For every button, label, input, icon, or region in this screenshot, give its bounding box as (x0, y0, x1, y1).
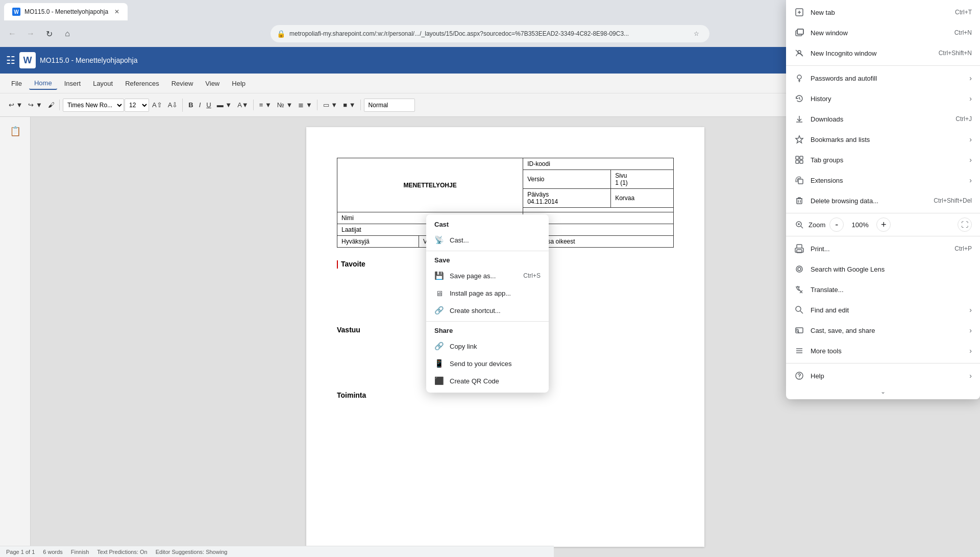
zoom-plus-button[interactable]: + (876, 217, 891, 232)
qr-code-item[interactable]: ⬛ Create QR Code (426, 372, 549, 390)
home-button[interactable]: ⌂ (59, 26, 76, 42)
tab-groups-item[interactable]: Tab groups › (786, 150, 980, 170)
print-shortcut: Ctrl+P (954, 245, 972, 252)
menu-insert[interactable]: Insert (59, 78, 86, 89)
menu-view[interactable]: View (200, 78, 225, 89)
history-arrow: › (969, 94, 972, 103)
font-grow-button[interactable]: A⇧ (150, 100, 165, 110)
style-select[interactable]: Normal (364, 99, 415, 112)
doc-title: MO115.0 - Menettelyohjapohja (40, 56, 917, 64)
undo-button[interactable]: ↩ ▼ (6, 100, 25, 110)
context-menu: Cast 📡 Cast... Save 💾 Save page as... Ct… (426, 214, 549, 393)
bookmarks-arrow: › (969, 135, 972, 143)
send-devices-item[interactable]: 📱 Send to your devices (426, 355, 549, 372)
svg-marker-8 (796, 136, 803, 143)
font-color-button[interactable]: A▼ (235, 100, 251, 110)
alignment-button[interactable]: ≣ ▼ (296, 100, 314, 110)
bullet-list-button[interactable]: ≡ ▼ (257, 100, 274, 110)
status-bar: Page 1 of 1 6 words Finnish Text Predict… (0, 546, 554, 557)
shading-button[interactable]: ■ ▼ (340, 100, 358, 110)
find-edit-label: Find and edit (811, 306, 963, 314)
bookmark-star-icon[interactable]: ☆ (689, 27, 703, 41)
cursor (337, 260, 338, 269)
bold-button[interactable]: B (186, 100, 195, 110)
zoom-fullscreen-button[interactable]: ⛶ (958, 217, 972, 232)
downloads-shortcut: Ctrl+J (955, 115, 972, 123)
address-bar[interactable]: 🔒 metropoliafi-my.sharepoint.com/:w:/r/p… (271, 25, 709, 42)
save-shortcut: Ctrl+S (523, 272, 541, 279)
menu-references[interactable]: References (120, 78, 164, 89)
extensions-icon (794, 175, 804, 185)
help-item[interactable]: Help › (786, 366, 980, 386)
font-size-select[interactable]: 12 (125, 99, 149, 112)
new-tab-item[interactable]: New tab Ctrl+T (786, 2, 980, 22)
border-button[interactable]: ▭ ▼ (321, 100, 340, 110)
new-incognito-item[interactable]: New Incognito window Ctrl+Shift+N (786, 43, 980, 63)
language: Finnish (71, 549, 89, 555)
cast-icon: 📡 (434, 235, 444, 245)
menu-layout[interactable]: Layout (88, 78, 118, 89)
toiminta-content[interactable] (337, 403, 674, 434)
menu-review[interactable]: Review (166, 78, 199, 89)
svg-rect-14 (797, 199, 802, 204)
svg-rect-11 (796, 160, 799, 163)
google-lens-item[interactable]: Search with Google Lens (786, 259, 980, 279)
menu-home[interactable]: Home (29, 77, 57, 90)
svg-point-25 (796, 306, 801, 311)
id-koodi-label: ID-koodi (523, 158, 674, 170)
more-tools-label: More tools (811, 347, 963, 355)
chrome-dropdown-menu: New tab Ctrl+T New window Ctrl+N New Inc… (786, 0, 980, 399)
url-text: metropoliafi-my.sharepoint.com/:w:/r/per… (289, 30, 685, 37)
create-shortcut-item[interactable]: 🔗 Create shortcut... (426, 302, 549, 319)
print-item[interactable]: Print... Ctrl+P (786, 238, 980, 259)
save-page-item[interactable]: 💾 Save page as... Ctrl+S (426, 267, 549, 284)
highlight-button[interactable]: ▬ ▼ (214, 100, 234, 110)
cast-save-share-item[interactable]: Cast, save, and share › (786, 320, 980, 341)
menu-help[interactable]: Help (227, 78, 251, 89)
underline-button[interactable]: U (204, 100, 213, 110)
history-item[interactable]: History › (786, 88, 980, 109)
downloads-item[interactable]: Downloads Ctrl+J (786, 109, 980, 129)
toolbar-border-group: ▭ ▼ ■ ▼ (318, 100, 361, 110)
cast-save-share-label: Cast, save, and share (811, 327, 963, 334)
clipboard-button[interactable]: 📋 (5, 121, 26, 141)
redo-button[interactable]: ↪ ▼ (26, 100, 44, 110)
back-button[interactable]: ← (4, 26, 20, 42)
waffle-icon[interactable]: ☷ (6, 54, 15, 66)
new-window-item[interactable]: New window Ctrl+N (786, 22, 980, 43)
more-tools-item[interactable]: More tools › (786, 341, 980, 361)
forward-button[interactable]: → (22, 26, 39, 42)
passwords-item[interactable]: Passwords and autofill › (786, 68, 980, 88)
copy-link-item[interactable]: 🔗 Copy link (426, 337, 549, 355)
delete-browsing-icon (794, 196, 804, 206)
install-app-item[interactable]: 🖥 Install page as app... (426, 284, 549, 302)
tab-close-icon[interactable]: ✕ (114, 8, 119, 15)
cast-item[interactable]: 📡 Cast... (426, 231, 549, 249)
delete-browsing-item[interactable]: Delete browsing data... Ctrl+Shift+Del (786, 190, 980, 211)
italic-button[interactable]: I (197, 100, 204, 110)
doc-heading: MENETTELYOHJE (403, 182, 456, 189)
passwords-arrow: › (969, 74, 972, 82)
bookmarks-icon (794, 134, 804, 144)
extensions-item[interactable]: Extensions › (786, 170, 980, 190)
find-edit-arrow: › (969, 306, 972, 314)
translate-item[interactable]: Translate... (786, 279, 980, 300)
numbered-list-button[interactable]: № ▼ (275, 100, 295, 110)
reload-button[interactable]: ↻ (41, 26, 57, 42)
bookmarks-item[interactable]: Bookmarks and lists › (786, 129, 980, 150)
divider2 (426, 321, 549, 322)
new-window-label: New window (811, 29, 948, 37)
menu-file[interactable]: File (6, 78, 27, 89)
history-label: History (811, 95, 963, 103)
font-shrink-button[interactable]: A⇩ (165, 100, 181, 110)
zoom-minus-button[interactable]: - (829, 217, 844, 232)
format-painter-button[interactable]: 🖌 (45, 100, 57, 110)
tab-groups-label: Tab groups (811, 156, 963, 164)
browser-tab[interactable]: Times New Ro...W MO115.0 - Menettelyohja… (4, 3, 128, 20)
passwords-icon (794, 73, 804, 83)
save-section-label: Save (426, 253, 549, 267)
new-window-shortcut: Ctrl+N (954, 29, 972, 36)
font-family-select[interactable]: Times New Ro... (63, 99, 124, 112)
editor-suggestions: Editor Suggestions: Showing (156, 549, 228, 555)
find-edit-item[interactable]: Find and edit › (786, 300, 980, 320)
